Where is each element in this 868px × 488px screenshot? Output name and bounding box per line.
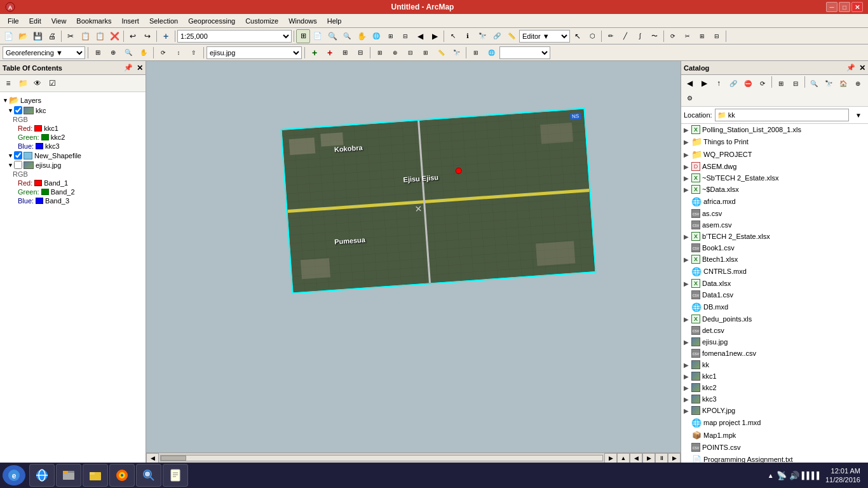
scroll-play-btn[interactable]: ▶ xyxy=(668,453,681,463)
georef-rotate[interactable]: ⟳ xyxy=(156,46,170,60)
back-button[interactable]: ◀ xyxy=(413,29,427,43)
kk-expand[interactable]: ▶ xyxy=(684,362,691,369)
rotate-btn[interactable]: ⟳ xyxy=(666,29,680,43)
split-btn[interactable]: ✂ xyxy=(681,29,695,43)
location-input[interactable] xyxy=(728,111,848,119)
measure-button[interactable]: 📏 xyxy=(505,29,519,43)
cat-sbtech[interactable]: ▶ X ~Sb'TECH 2_Estate.xlsx xyxy=(681,172,868,184)
georef-view[interactable]: 🔭 xyxy=(449,46,463,60)
cat-table-btn[interactable]: ⊞ xyxy=(774,76,788,90)
task-btn[interactable]: ⊞ xyxy=(695,29,709,43)
cat-kk[interactable]: ▶ kk xyxy=(681,359,868,370)
kkc3-expand[interactable]: ▶ xyxy=(684,396,691,403)
full-extent-button[interactable]: 🌐 xyxy=(369,29,383,43)
layout-view-button[interactable]: 📄 xyxy=(311,29,325,43)
wq-expand[interactable]: ▶ xyxy=(684,151,691,158)
cut-button[interactable]: ✂ xyxy=(64,29,78,43)
fixed-zoom-out[interactable]: ⊟ xyxy=(398,29,412,43)
taskbar-ie[interactable] xyxy=(29,464,55,487)
georef-residual5[interactable]: 📏 xyxy=(434,46,448,60)
cat-mapproject[interactable]: ▶ 🌐 map project 1.mxd xyxy=(681,416,868,429)
toc-item-ejisu[interactable]: ▼ ejisu.jpg xyxy=(3,160,143,170)
menu-file[interactable]: File xyxy=(3,16,24,26)
cat-home-btn[interactable]: 🏠 xyxy=(836,76,850,90)
toc-item-shapefile[interactable]: ▼ New_Shapefile xyxy=(3,151,143,160)
maximize-button[interactable]: □ xyxy=(839,2,850,12)
freehand-btn[interactable]: 〜 xyxy=(648,29,661,43)
cat-kpoly[interactable]: ▶ KPOLY.jpg xyxy=(681,405,868,416)
cat-asem-dwg[interactable]: ▶ D ASEM.dwg xyxy=(681,161,868,172)
fixed-zoom-in[interactable]: ⊞ xyxy=(384,29,398,43)
kkc-expand[interactable]: ▼ xyxy=(8,107,14,114)
hscroll-track[interactable] xyxy=(160,455,603,461)
cat-polling-station[interactable]: ▶ X Polling_Station_List_2008_1.xls xyxy=(681,124,868,135)
menu-insert[interactable]: Insert xyxy=(116,16,144,26)
add-data-button[interactable]: + xyxy=(159,29,173,43)
map-hscrollbar[interactable]: ◀ ▶ ▲ ◀ ▶ ⏸ ▶ xyxy=(146,452,681,463)
find-button[interactable]: 🔭 xyxy=(475,29,489,43)
georef-method[interactable] xyxy=(499,46,550,59)
georef-add[interactable]: + xyxy=(308,46,322,60)
scroll-pause-btn[interactable]: ⏸ xyxy=(655,453,668,463)
dedu-expand[interactable]: ▶ xyxy=(684,316,691,323)
menu-edit[interactable]: Edit xyxy=(24,16,46,26)
layers-expand[interactable]: ▼ xyxy=(3,97,9,104)
minimize-button[interactable]: ─ xyxy=(826,2,837,12)
cat-africa[interactable]: ▶ 🌐 africa.mxd xyxy=(681,195,868,208)
ejisujpg-expand[interactable]: ▶ xyxy=(684,339,691,346)
cat-sdata[interactable]: ▶ X ~$Data.xlsx xyxy=(681,184,868,195)
btech-expand[interactable]: ▶ xyxy=(684,233,691,240)
georef-shift[interactable]: ⇧ xyxy=(187,46,201,60)
undo-button[interactable]: ↩ xyxy=(126,29,140,43)
polling-expand[interactable]: ▶ xyxy=(684,126,691,133)
toc-close-button[interactable]: ✕ xyxy=(137,64,143,72)
location-go-btn[interactable]: ▼ xyxy=(851,108,865,122)
ejisu-expand[interactable]: ▼ xyxy=(8,162,14,168)
sbtech-expand[interactable]: ▶ xyxy=(684,175,691,182)
georef-fit[interactable]: ⊞ xyxy=(91,46,105,60)
btech1-expand[interactable]: ▶ xyxy=(684,256,691,263)
cat-up-btn[interactable]: ↑ xyxy=(712,76,726,90)
copy-button[interactable]: 📋 xyxy=(78,29,92,43)
cat-wq-project[interactable]: ▶ 📁 WQ_PROJECT xyxy=(681,148,868,161)
scroll-left-btn[interactable]: ◀ xyxy=(146,453,159,463)
cat-search-btn[interactable]: 🔍 xyxy=(807,76,821,90)
toc-layers-group[interactable]: ▼ 📂 Layers xyxy=(3,95,143,105)
scroll-back-btn[interactable]: ◀ xyxy=(630,453,642,463)
cat-settings-btn[interactable]: ⚙ xyxy=(682,91,696,105)
cat-points-csv[interactable]: ▶ csv POINTS.csv xyxy=(681,442,868,453)
kkc1-expand[interactable]: ▶ xyxy=(684,373,691,380)
toc-list-by-selection[interactable]: ☑ xyxy=(45,76,59,90)
zoom-in-button[interactable]: 🔍 xyxy=(325,29,339,43)
menu-help[interactable]: Help xyxy=(322,16,347,26)
hscroll-thumb[interactable] xyxy=(161,456,186,461)
cat-prog-assign[interactable]: ▶ 📄 Programming Assignment.txt xyxy=(681,453,868,463)
cat-connect-btn[interactable]: 🔗 xyxy=(726,76,740,90)
georef-residual4[interactable]: ⊞ xyxy=(419,46,433,60)
things-expand[interactable]: ▶ xyxy=(684,139,691,146)
sdata-expand[interactable]: ▶ xyxy=(684,186,691,193)
scroll-right-btn[interactable]: ▶ xyxy=(604,453,617,463)
georef-pan[interactable]: ✋ xyxy=(137,46,151,60)
cat-cntrls[interactable]: ▶ 🌐 CNTRLS.mxd xyxy=(681,265,868,278)
toc-item-kkc[interactable]: ▼ kkc xyxy=(3,105,143,115)
shapefile-expand[interactable]: ▼ xyxy=(8,152,14,159)
menu-selection[interactable]: Selection xyxy=(144,16,183,26)
cat-btech1[interactable]: ▶ X Btech1.xlsx xyxy=(681,254,868,265)
edit-btn2[interactable]: ⬡ xyxy=(585,29,599,43)
menu-bookmarks[interactable]: Bookmarks xyxy=(71,16,116,26)
select-button[interactable]: ↖ xyxy=(446,29,460,43)
pan-button[interactable]: ✋ xyxy=(355,29,369,43)
save-button[interactable]: 💾 xyxy=(31,29,44,43)
cat-data-xlsx[interactable]: ▶ X Data.xlsx xyxy=(681,278,868,289)
cat-misc-btn[interactable]: ⊕ xyxy=(851,76,865,90)
scroll-up-btn[interactable]: ▲ xyxy=(617,453,630,463)
cat-map1mpk[interactable]: ▶ 📦 Map1.mpk xyxy=(681,429,868,442)
cat-refresh-btn[interactable]: ⟳ xyxy=(756,76,770,90)
cat-fomena[interactable]: ▶ csv fomena1new..csv xyxy=(681,348,868,359)
georef-dropdown[interactable]: Georeferencing ▼ xyxy=(3,46,85,59)
cat-det-csv[interactable]: ▶ csv det.csv xyxy=(681,325,868,336)
georef-table[interactable]: ⊟ xyxy=(353,46,367,60)
forward-button[interactable]: ▶ xyxy=(428,29,442,43)
dataxlsx-expand[interactable]: ▶ xyxy=(684,280,691,287)
